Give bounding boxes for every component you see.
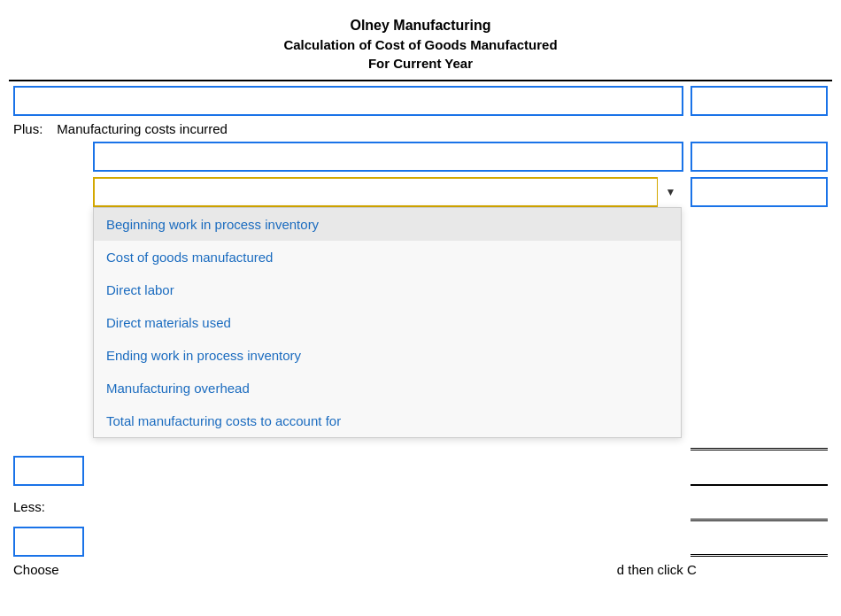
dropdown-item-6[interactable]: Total manufacturing costs to account for xyxy=(94,404,681,437)
page-container: Olney Manufacturing Calculation of Cost … xyxy=(0,0,841,616)
plus-label: Plus: xyxy=(13,121,42,136)
dropdown-item-1[interactable]: Cost of goods manufactured xyxy=(94,241,681,273)
choose-label: Choose xyxy=(13,562,59,577)
report-period: For Current Year xyxy=(9,56,832,71)
num-col-3 xyxy=(691,177,828,207)
select-wrapper[interactable]: ▼ xyxy=(93,177,683,207)
row4-number-input[interactable] xyxy=(691,420,828,450)
dropdown-item-3[interactable]: Direct materials used xyxy=(94,306,681,339)
mfg-costs-label: Manufacturing costs incurred xyxy=(57,121,228,136)
less-label: Less: xyxy=(13,499,66,514)
row5-left-input-col xyxy=(13,456,84,486)
less-number-input[interactable] xyxy=(691,491,828,521)
company-name: Olney Manufacturing xyxy=(9,18,832,34)
row3-number-input[interactable] xyxy=(691,177,828,207)
header-section: Olney Manufacturing Calculation of Cost … xyxy=(9,18,832,71)
num-col-2 xyxy=(691,142,828,172)
report-title: Calculation of Cost of Goods Manufacture… xyxy=(9,37,832,52)
top-divider xyxy=(9,80,832,81)
less-row: Less: xyxy=(13,491,828,521)
row5-number-input[interactable] xyxy=(691,456,828,486)
row-5 xyxy=(13,456,828,486)
dropdown-item-2[interactable]: Direct labor xyxy=(94,273,681,306)
dropdown-input[interactable] xyxy=(93,177,683,207)
then-click-label: d then click C xyxy=(617,562,697,577)
dropdown-list: Beginning work in process inventory Cost… xyxy=(93,207,682,438)
row2-number-input[interactable] xyxy=(691,142,828,172)
row-6 xyxy=(13,527,828,557)
dropdown-item-0[interactable]: Beginning work in process inventory xyxy=(94,208,681,241)
num-col-less xyxy=(691,491,828,521)
row-1 xyxy=(13,86,828,116)
row6-number-input[interactable] xyxy=(691,527,828,557)
row5-left-input[interactable] xyxy=(13,456,84,486)
num-col-6 xyxy=(691,527,828,557)
row1-number-input[interactable] xyxy=(691,86,828,116)
num-col-5 xyxy=(691,456,828,486)
row1-text-input[interactable] xyxy=(13,86,683,116)
choose-row: Choose d then click C xyxy=(13,562,828,577)
row-3-dropdown-row: ▼ Beginning work in process inventory Co… xyxy=(13,177,828,207)
plus-row: Plus: Manufacturing costs incurred xyxy=(13,121,828,136)
text-col-3: ▼ Beginning work in process inventory Co… xyxy=(93,177,683,207)
row6-left-input[interactable] xyxy=(13,527,84,557)
num-col-1 xyxy=(691,86,828,116)
text-col-1 xyxy=(13,86,683,116)
main-content: Plus: Manufacturing costs incurred ▼ xyxy=(9,86,832,577)
text-col-2 xyxy=(93,142,683,172)
row2-text-input[interactable] xyxy=(93,142,683,172)
dropdown-item-5[interactable]: Manufacturing overhead xyxy=(94,372,681,404)
num-col-4 xyxy=(691,420,828,450)
dropdown-item-4[interactable]: Ending work in process inventory xyxy=(94,339,681,372)
row-2 xyxy=(13,142,828,172)
